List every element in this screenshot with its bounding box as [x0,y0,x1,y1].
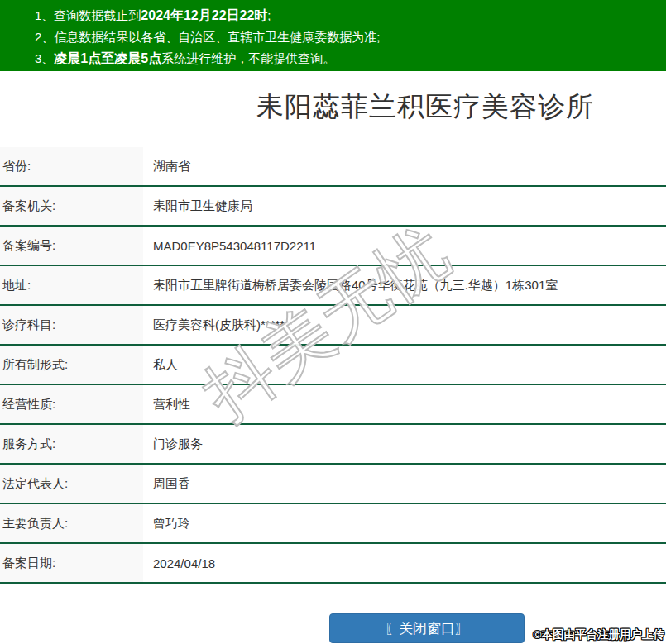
field-label: 所有制形式: [0,346,143,384]
close-window-button[interactable]: 〖关闭窗口〗 [329,613,525,643]
table-row-service-mode: 服务方式: 门诊服务 [0,425,666,465]
notice-line-3: 3、凌晨1点至凌晨5点系统进行维护，不能提供查询。 [35,48,666,69]
notice-line-3-suffix: 系统进行维护，不能提供查询。 [161,51,335,65]
notice-line-3-bold: 凌晨1点至凌晨5点 [54,51,161,65]
table-row-filing-date: 备案日期: 2024/04/18 [0,544,666,584]
field-label: 诊疗科目: [0,306,143,344]
field-label: 经营性质: [0,385,143,423]
table-row-address: 地址: 耒阳市五里牌街道梅桥居委会陵园路40号华衡花苑（九三.华越）1栋301室 [0,266,666,306]
field-label: 法定代表人: [0,465,143,503]
field-label: 备案机关: [0,187,143,225]
notice-line-2: 2、信息数据结果以各省、自治区、直辖市卫生健康委数据为准; [35,26,666,48]
field-label: 主要负责人: [0,504,143,542]
table-row-medical-subjects: 诊疗科目: 医疗美容科(皮肤科)****** [0,306,666,346]
clinic-title: 耒阳蕊菲兰积医疗美容诊所 [256,88,594,126]
field-value: 周国香 [143,465,666,503]
field-value: 营利性 [143,385,666,423]
field-value: 门诊服务 [143,425,666,463]
upload-credit-text: ©本图由平台注册用户上传 [534,627,664,642]
info-table: 省份: 湖南省 备案机关: 耒阳市卫生健康局 备案编号: MAD0EY8P543… [0,147,666,584]
table-row-province: 省份: 湖南省 [0,147,666,187]
field-label: 备案编号: [0,227,143,265]
table-row-filing-authority: 备案机关: 耒阳市卫生健康局 [0,187,666,227]
table-row-ownership-form: 所有制形式: 私人 [0,346,666,385]
table-row-business-nature: 经营性质: 营利性 [0,385,666,425]
field-label: 备案日期: [0,544,143,582]
notice-line-1-text: 1、查询数据截止到 [35,8,141,22]
table-row-legal-representative: 法定代表人: 周国香 [0,465,666,504]
notice-banner: 1、查询数据截止到2024年12月22日22时; 2、信息数据结果以各省、自治区… [0,0,666,71]
field-label: 地址: [0,266,143,304]
field-value: 湖南省 [143,147,666,185]
notice-line-3-text: 3、 [35,51,54,65]
query-result-page: 1、查询数据截止到2024年12月22日22时; 2、信息数据结果以各省、自治区… [0,0,666,644]
field-label: 省份: [0,147,143,185]
field-value: 医疗美容科(皮肤科)****** [143,306,666,344]
notice-line-1-suffix: ; [267,8,271,22]
table-row-filing-number: 备案编号: MAD0EY8P543048117D2211 [0,227,666,266]
field-value: 耒阳市卫生健康局 [143,187,666,225]
table-row-principal-person: 主要负责人: 曾巧玲 [0,504,666,544]
notice-line-1: 1、查询数据截止到2024年12月22日22时; [35,5,666,26]
field-value: 私人 [143,346,666,384]
field-value: 2024/04/18 [143,544,666,582]
field-value: 曾巧玲 [143,504,666,542]
field-value: MAD0EY8P543048117D2211 [143,227,666,265]
field-value: 耒阳市五里牌街道梅桥居委会陵园路40号华衡花苑（九三.华越）1栋301室 [143,266,666,304]
notice-line-1-bold: 2024年12月22日22时 [141,8,267,22]
field-label: 服务方式: [0,425,143,463]
